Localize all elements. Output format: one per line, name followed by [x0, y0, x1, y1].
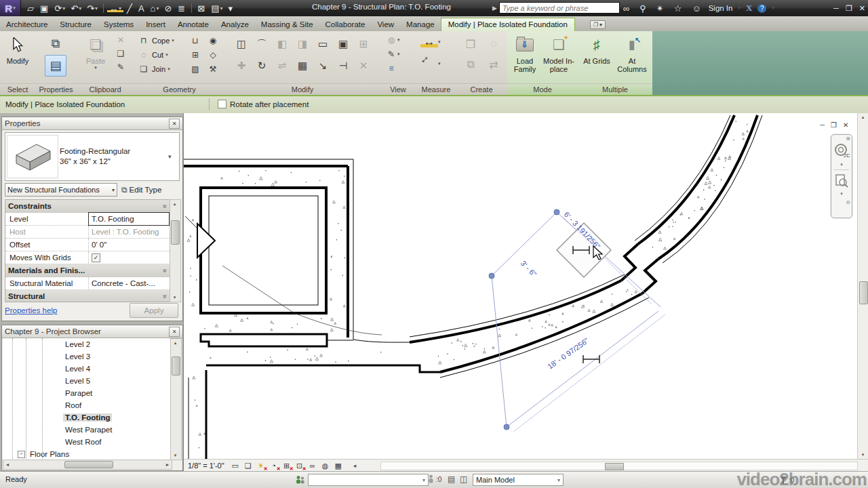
- minimize-button[interactable]: ─: [833, 4, 839, 12]
- infocenter-search-input[interactable]: [499, 2, 620, 14]
- cut-button[interactable]: Cut: [152, 51, 163, 59]
- help-caret-icon[interactable]: ▾: [772, 5, 774, 11]
- collapse-chevron-icon[interactable]: «: [161, 294, 169, 298]
- ribbon-tab[interactable]: Massing & Site: [255, 18, 319, 31]
- customize-qat-icon[interactable]: ▾: [226, 3, 235, 14]
- canvas-scroll-thumb[interactable]: [859, 281, 868, 304]
- reference-point[interactable]: [504, 424, 509, 430]
- measure-tape-icon[interactable]: ↔: [420, 35, 438, 49]
- search-expand-icon[interactable]: ▶: [492, 5, 497, 12]
- browser-tree-item[interactable]: West Roof: [3, 436, 172, 448]
- wall-joins-icon[interactable]: ⊔: [189, 35, 201, 46]
- open-icon[interactable]: ▱: [25, 3, 37, 14]
- ribbon-tab[interactable]: Architecture: [0, 18, 54, 31]
- scroll-right-icon[interactable]: ►: [163, 462, 172, 467]
- browser-tree-item[interactable]: − Floor Plans: [3, 448, 172, 460]
- application-menu-button[interactable]: R▾: [0, 0, 21, 16]
- sun-path-icon[interactable]: ☀: [256, 461, 267, 471]
- property-row-moves-with-grids[interactable]: Moves With Grids✓: [5, 251, 170, 264]
- panel-label-geometry[interactable]: Geometry: [134, 83, 225, 95]
- ribbon-tab[interactable]: Structure: [54, 18, 98, 31]
- default-3d-view-icon[interactable]: ⌂▾: [149, 3, 161, 14]
- exclude-options-icon[interactable]: ◫: [460, 474, 467, 484]
- moves-with-grids-checkbox[interactable]: ✓: [92, 253, 100, 262]
- analytical-model-icon[interactable]: ▦: [333, 461, 344, 471]
- cope-icon[interactable]: ⊓: [138, 35, 150, 46]
- scroll-up-icon[interactable]: ▴: [859, 113, 867, 121]
- scroll-left-icon[interactable]: ◂: [353, 462, 357, 469]
- type-selector[interactable]: Footing-Rectangular 36" x 36" x 12" ▾: [5, 132, 180, 181]
- text-note-icon[interactable]: A: [136, 3, 147, 14]
- collapse-chevron-icon[interactable]: «: [161, 268, 169, 272]
- steering-wheel-icon[interactable]: 2D: [833, 143, 850, 161]
- reference-point[interactable]: [489, 273, 494, 279]
- browser-tree-item[interactable]: T.O. Footing: [3, 411, 172, 424]
- panel-label-view[interactable]: View: [380, 83, 416, 95]
- join-geometry-icon[interactable]: ❏: [138, 63, 150, 75]
- structural-material-field[interactable]: Concrete - Cast-...: [88, 277, 170, 289]
- pin-icon[interactable]: ▣: [334, 37, 353, 52]
- section-materials[interactable]: Materials and Finis...«: [5, 264, 170, 277]
- join-button[interactable]: Join: [152, 65, 165, 73]
- properties-filter-dropdown[interactable]: New Structural Foundations ▾: [5, 183, 117, 197]
- view-minimize-icon[interactable]: ─: [820, 121, 825, 129]
- browser-tree-item[interactable]: Level 2: [3, 338, 172, 350]
- ribbon-tab[interactable]: Annotate: [172, 18, 215, 31]
- scroll-up-icon[interactable]: ▴: [171, 339, 180, 347]
- undo-icon[interactable]: ↶▾: [68, 3, 83, 14]
- browser-tree-item[interactable]: Level 3: [3, 350, 172, 363]
- modify-button[interactable]: Modify: [1, 33, 34, 83]
- mirror-pick-icon[interactable]: ◨: [293, 37, 312, 52]
- property-row-level[interactable]: LevelT.O. Footing: [5, 213, 170, 226]
- ribbon-tab[interactable]: Manage: [400, 18, 441, 31]
- qat-separator[interactable]: [103, 3, 104, 13]
- navbar-minimize-icon[interactable]: ⊖: [846, 199, 850, 205]
- properties-title-bar[interactable]: Properties ✕: [2, 117, 182, 130]
- panel-label-select[interactable]: Select: [0, 83, 35, 95]
- panel-label-multiple[interactable]: Multiple: [578, 83, 652, 95]
- communication-center-icon[interactable]: ✴: [654, 3, 666, 14]
- aligned-dimension-icon[interactable]: ╱: [125, 3, 135, 14]
- at-grids-button[interactable]: ♯ At Grids: [580, 33, 613, 83]
- properties-scrollbar[interactable]: ▴ ▾: [170, 199, 181, 302]
- scroll-down-icon[interactable]: ▾: [171, 451, 180, 460]
- browser-tree-item[interactable]: Roof: [3, 399, 172, 411]
- sign-in-caret-icon[interactable]: ▾: [738, 5, 741, 11]
- scroll-down-icon[interactable]: ▾: [859, 451, 867, 459]
- properties-scroll-thumb[interactable]: [171, 220, 180, 245]
- browser-tree-item[interactable]: Level 5: [3, 375, 172, 387]
- delete-icon[interactable]: ✕: [115, 34, 127, 45]
- section-structural[interactable]: Structural«: [5, 290, 170, 302]
- load-family-button[interactable]: ⇓ Load Family: [509, 33, 541, 83]
- create-parts-icon[interactable]: ⇄: [486, 57, 502, 72]
- browser-hscrollbar[interactable]: ◄ ►: [3, 460, 172, 470]
- active-design-option-dropdown[interactable]: Main Model ▾: [473, 474, 564, 486]
- favorites-icon[interactable]: ☆: [672, 3, 684, 14]
- browser-scrollbar[interactable]: ▴ ▾: [170, 338, 182, 460]
- zoom-tool-icon[interactable]: [834, 174, 849, 190]
- ribbon-tab[interactable]: Insert: [140, 18, 172, 31]
- view-scale-button[interactable]: 1/8" = 1'-0": [184, 462, 230, 470]
- hide-elements-icon[interactable]: ◍: [385, 34, 397, 45]
- qat-separator[interactable]: [191, 3, 192, 13]
- visual-style-icon[interactable]: ❏: [243, 461, 254, 471]
- temporary-dimension-3[interactable]: 18' - 0 97/256": [546, 336, 590, 371]
- canvas-hscroll-thumb[interactable]: [605, 463, 624, 470]
- create-similar-icon[interactable]: ◌: [486, 37, 502, 52]
- cope-button[interactable]: Cope: [152, 37, 170, 45]
- tree-expander-icon[interactable]: −: [18, 451, 25, 458]
- level-value-field[interactable]: T.O. Footing: [88, 212, 170, 226]
- split-face-icon[interactable]: ◇: [207, 49, 219, 60]
- worksets-icon[interactable]: [295, 475, 305, 487]
- switch-windows-icon[interactable]: ▤▾: [209, 3, 224, 14]
- measure-between-icon[interactable]: ↕: [418, 53, 441, 75]
- exchange-apps-icon[interactable]: X: [746, 3, 752, 14]
- browser-tree-item[interactable]: West Parapet: [3, 424, 172, 436]
- temporary-hide-icon[interactable]: ∞: [307, 461, 318, 471]
- paint-icon[interactable]: ▨: [189, 63, 201, 75]
- apply-button[interactable]: Apply: [130, 303, 178, 318]
- property-row-structural-material[interactable]: Structural MaterialConcrete - Cast-...: [5, 277, 170, 290]
- beam-join-icon[interactable]: ⊞: [189, 49, 201, 60]
- delete-element-icon[interactable]: ✕: [354, 58, 373, 73]
- panel-label-measure[interactable]: Measure: [416, 83, 456, 95]
